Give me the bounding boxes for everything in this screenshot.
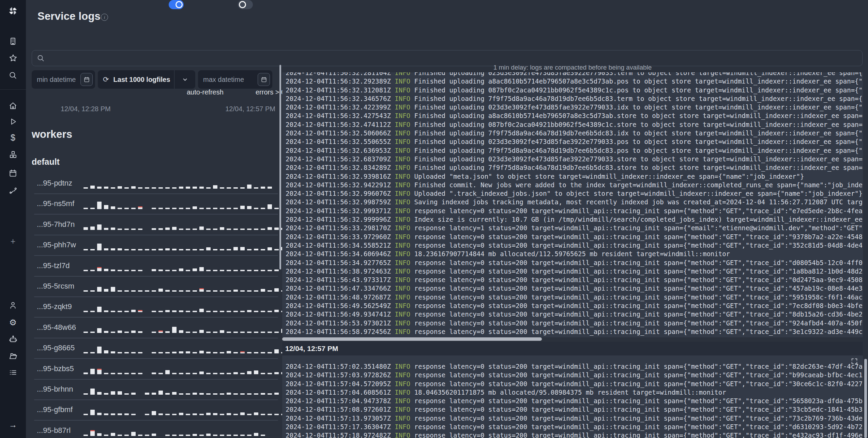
activity-bar <box>199 330 204 333</box>
log-line: 2024-12-04T11:56:33.298170Z INFO respons… <box>286 224 863 232</box>
logfiles-dropdown[interactable]: ⟳ Last 1000 logfiles <box>98 70 195 89</box>
activity-bar <box>152 352 156 353</box>
workers-heading: workers <box>32 128 72 141</box>
activity-bar <box>83 187 88 189</box>
activity-bar <box>138 373 142 374</box>
arrow-right-icon[interactable]: → <box>0 419 26 430</box>
worker-activity-chart <box>83 198 273 209</box>
activity-bar <box>179 393 183 395</box>
activity-bar <box>206 373 211 374</box>
worker-row[interactable]: ...95-pdtnz <box>34 173 278 193</box>
activity-bar <box>274 310 279 312</box>
building-icon[interactable] <box>0 35 26 47</box>
calendar-picker-icon[interactable] <box>258 73 270 86</box>
person-icon[interactable] <box>0 300 26 311</box>
vertical-scrollbar[interactable] <box>864 359 867 438</box>
activity-bar <box>118 208 122 209</box>
worker-row[interactable]: ...95-7hd7n <box>34 214 278 234</box>
log-line: 2024-12-04T11:56:33.972960Z INFO respons… <box>286 233 863 241</box>
activity-bar <box>213 332 217 333</box>
log-line: 2024-12-04T11:57:03.972826Z INFO respons… <box>286 371 863 379</box>
activity-bar <box>254 311 258 312</box>
activity-bar <box>193 393 197 395</box>
activity-bar <box>172 392 177 395</box>
worker-name: ...95-zqkt9 <box>37 302 72 311</box>
worker-row[interactable]: ...95-tzl7d <box>34 255 278 276</box>
dollar-icon[interactable]: $ <box>0 132 26 143</box>
worker-row[interactable]: ...95-5rcsm <box>34 276 278 296</box>
activity-bar <box>138 206 142 209</box>
max-datetime-field[interactable]: max datetime <box>198 70 272 89</box>
home-icon[interactable] <box>0 100 26 112</box>
activity-bar <box>186 351 190 353</box>
log-line: 2024-12-04T11:56:34.558521Z INFO respons… <box>286 241 863 250</box>
calendar-icon[interactable] <box>0 167 26 179</box>
min-datetime-field[interactable]: min datetime <box>32 70 95 89</box>
activity-bar <box>213 393 217 395</box>
worker-row[interactable]: ...95-brhnn <box>34 379 278 399</box>
search-input[interactable] <box>45 54 862 62</box>
activity-bar <box>165 248 170 250</box>
activity-bar <box>158 208 163 209</box>
activity-bar <box>227 435 231 436</box>
windmill-logo-icon[interactable] <box>0 3 26 18</box>
cubes-icon[interactable] <box>0 149 26 160</box>
activity-bar <box>206 352 211 353</box>
star-icon[interactable] <box>0 52 26 64</box>
activity-bar <box>145 187 149 189</box>
worker-row[interactable]: ...95-bzbs5 <box>34 358 278 379</box>
activity-bar <box>158 228 163 230</box>
activity-bar <box>131 186 136 189</box>
worker-row[interactable]: ...95-phh7w <box>34 234 278 255</box>
activity-bar <box>268 311 272 312</box>
search-icon[interactable] <box>0 70 26 81</box>
calendar-picker-icon[interactable] <box>80 73 93 86</box>
auto-refresh-toggle[interactable] <box>169 0 184 9</box>
worker-row[interactable]: ...95-gfbmf <box>34 399 278 420</box>
panel-scrollbar[interactable] <box>279 65 281 269</box>
worker-row[interactable]: ...95-zqkt9 <box>34 296 278 317</box>
activity-bar <box>90 389 95 395</box>
route-icon[interactable] <box>0 185 26 196</box>
play-icon[interactable] <box>0 116 26 127</box>
worker-row[interactable]: ...95-b87rl <box>34 420 278 438</box>
log-line: 2024-12-04T11:56:34.606946Z INFO 18.2361… <box>286 250 863 258</box>
robot-icon[interactable] <box>0 333 26 345</box>
log-line: 2024-12-04T11:56:32.292389Z INFO Finishe… <box>286 77 863 86</box>
gear-icon[interactable]: ⚙ <box>0 317 26 328</box>
errors-only-toggle[interactable] <box>238 0 253 9</box>
activity-bar <box>152 290 156 292</box>
worker-row[interactable]: ...95-48w66 <box>34 317 278 337</box>
expand-icon[interactable] <box>851 357 858 365</box>
activity-bar <box>179 208 183 209</box>
log-viewer-bottom[interactable]: 2024-12-04T11:57:02.351480Z INFO respons… <box>282 355 863 438</box>
log-viewer-top[interactable]: 2024-12-04T11:56:32.281104Z INFO Finishe… <box>282 72 863 337</box>
activity-bar <box>268 270 272 271</box>
chevron-down-icon[interactable] <box>174 70 195 89</box>
activity-bar <box>199 435 204 436</box>
activity-bar <box>145 249 149 250</box>
worker-name: ...95-gfbmf <box>37 405 73 414</box>
activity-bar <box>193 413 197 415</box>
activity-bar <box>268 290 272 292</box>
activity-bar <box>254 433 258 436</box>
list-icon[interactable] <box>0 367 26 378</box>
folder-icon[interactable] <box>0 350 26 362</box>
activity-bar <box>247 332 252 333</box>
activity-bar <box>131 310 136 312</box>
worker-row[interactable]: ...95-g8665 <box>34 337 278 358</box>
worker-name: ...95-brhnn <box>37 385 73 394</box>
activity-bar <box>186 208 190 209</box>
worker-row[interactable]: ...95-ns5mf <box>34 193 278 214</box>
horizontal-scrollbar[interactable] <box>282 337 542 341</box>
activity-bar <box>220 208 224 209</box>
logfiles-label: Last 1000 logfiles <box>108 76 170 84</box>
activity-bar <box>268 187 272 189</box>
activity-bar <box>124 187 129 189</box>
plus-icon[interactable]: + <box>0 235 26 247</box>
activity-bar <box>111 287 115 292</box>
activity-bar <box>179 229 183 230</box>
info-icon[interactable]: i <box>101 14 108 21</box>
activity-bar <box>193 206 197 209</box>
activity-bar <box>131 352 136 353</box>
